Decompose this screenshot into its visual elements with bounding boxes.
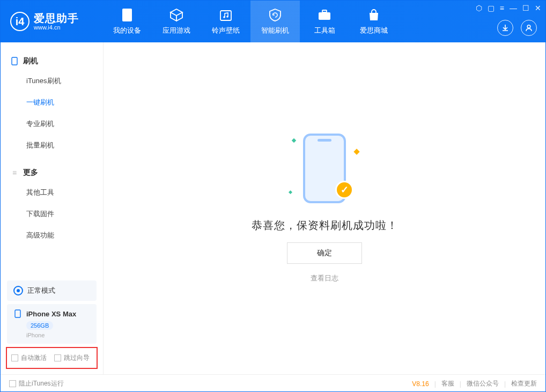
footer-link-wechat[interactable]: 微信公众号 — [467, 379, 499, 388]
svg-rect-4 — [319, 12, 330, 20]
section-more: ≡ 更多 — [1, 164, 103, 182]
header-right-buttons — [497, 20, 537, 36]
options-highlight-box: 自动激活 跳过向导 — [6, 347, 98, 369]
sidebar-item-advanced[interactable]: 高级功能 — [26, 225, 103, 246]
app-logo: i4 爱思助手 www.i4.cn — [1, 1, 102, 42]
main-tabs: 我的设备 应用游戏 铃声壁纸 智能刷机 工具箱 爱思商城 — [102, 1, 399, 42]
lock-icon[interactable]: ▢ — [488, 4, 495, 12]
sidebar-item-itunes-flash[interactable]: iTunes刷机 — [26, 70, 103, 92]
checkbox-auto-activate[interactable]: 自动激活 — [11, 353, 47, 363]
view-log-link[interactable]: 查看日志 — [311, 273, 338, 283]
header: i4 爱思助手 www.i4.cn 我的设备 应用游戏 铃声壁纸 智能刷机 工具… — [1, 1, 545, 42]
success-illustration: ✓ — [292, 134, 357, 209]
app-name: 爱思助手 — [34, 12, 79, 24]
download-button[interactable] — [497, 20, 513, 36]
svg-point-3 — [226, 16, 228, 18]
tab-toolbox[interactable]: 工具箱 — [300, 1, 349, 42]
checkbox-skip-guide[interactable]: 跳过向导 — [54, 353, 90, 363]
bag-icon — [366, 8, 381, 23]
device-type: iPhone — [26, 332, 90, 338]
check-icon: ✓ — [335, 181, 353, 199]
app-url: www.i4.cn — [34, 24, 79, 31]
cube-icon — [169, 8, 184, 23]
mode-card[interactable]: 正常模式 — [7, 280, 97, 301]
svg-point-2 — [223, 16, 225, 18]
window-controls: ⬡ ▢ ≡ — ☐ ✕ — [476, 4, 541, 12]
mode-icon — [13, 286, 23, 295]
footer-link-support[interactable]: 客服 — [441, 379, 454, 388]
shirt-icon[interactable]: ⬡ — [476, 4, 482, 12]
tab-ringtone-wallpaper[interactable]: 铃声壁纸 — [201, 1, 250, 42]
main-content: ✓ 恭喜您，保资料刷机成功啦！ 确定 查看日志 — [104, 42, 545, 374]
sidebar-item-download-firmware[interactable]: 下载固件 — [26, 203, 103, 225]
music-folder-icon — [218, 8, 233, 23]
svg-rect-5 — [322, 10, 327, 12]
phone-icon — [10, 57, 19, 65]
phone-icon — [13, 309, 22, 318]
section-flash: 刷机 — [1, 52, 103, 70]
sidebar: 刷机 iTunes刷机 一键刷机 专业刷机 批量刷机 ≡ 更多 其他工具 下载固… — [1, 42, 104, 374]
tab-store[interactable]: 爱思商城 — [349, 1, 399, 42]
device-card[interactable]: iPhone XS Max 256GB iPhone — [7, 304, 97, 344]
svg-rect-0 — [122, 9, 132, 21]
maximize-icon[interactable]: ☐ — [522, 4, 529, 12]
svg-rect-1 — [220, 11, 231, 20]
sidebar-item-oneclick-flash[interactable]: 一键刷机 — [26, 92, 103, 113]
svg-rect-8 — [15, 310, 20, 317]
tab-apps-games[interactable]: 应用游戏 — [152, 1, 201, 42]
svg-point-6 — [527, 25, 530, 28]
logo-icon: i4 — [10, 12, 29, 31]
menu-icon[interactable]: ≡ — [500, 4, 504, 12]
sidebar-item-other-tools[interactable]: 其他工具 — [26, 182, 103, 203]
svg-rect-7 — [12, 57, 17, 65]
toolbox-icon — [317, 8, 332, 23]
version-label: V8.16 — [412, 380, 429, 388]
storage-badge: 256GB — [26, 321, 53, 330]
shield-refresh-icon — [268, 8, 283, 23]
sidebar-item-batch-flash[interactable]: 批量刷机 — [26, 135, 103, 156]
tab-my-device[interactable]: 我的设备 — [102, 1, 152, 42]
device-icon — [120, 8, 135, 23]
user-button[interactable] — [521, 20, 537, 36]
checkbox-block-itunes[interactable]: 阻止iTunes运行 — [9, 379, 64, 388]
minimize-icon[interactable]: — — [510, 4, 517, 12]
list-icon: ≡ — [10, 168, 19, 177]
footer: 阻止iTunes运行 V8.16 | 客服 | 微信公众号 | 检查更新 — [1, 374, 545, 392]
footer-link-update[interactable]: 检查更新 — [511, 379, 537, 388]
close-icon[interactable]: ✕ — [535, 4, 541, 12]
success-message: 恭喜您，保资料刷机成功啦！ — [252, 218, 398, 233]
tab-smart-flash[interactable]: 智能刷机 — [250, 1, 300, 42]
sidebar-item-pro-flash[interactable]: 专业刷机 — [26, 113, 103, 135]
ok-button[interactable]: 确定 — [287, 242, 362, 264]
